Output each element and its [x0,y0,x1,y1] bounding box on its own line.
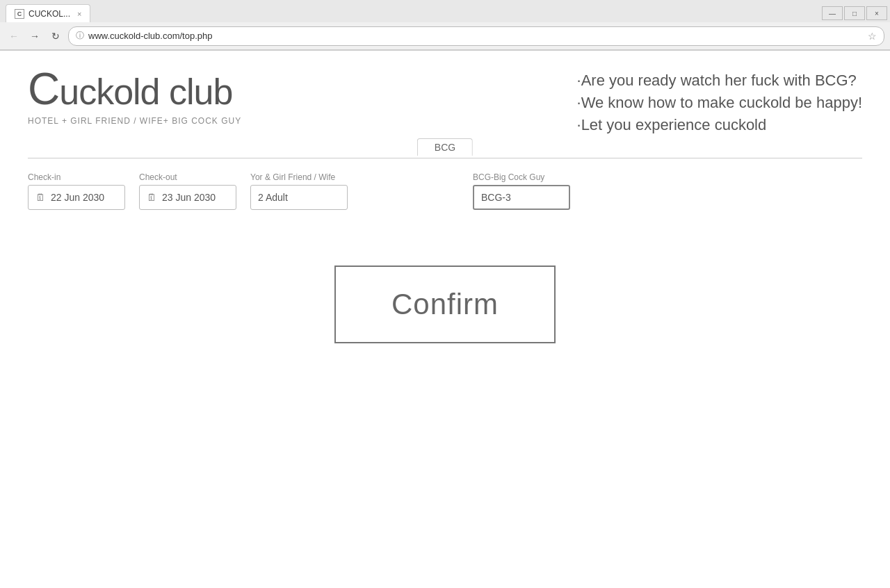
booking-form: Check-in 🗓 22 Jun 2030 Check-out 🗓 23 Ju… [28,172,862,210]
minimize-button[interactable]: — [822,6,843,20]
site-logo-title: Cuckold club [28,65,241,113]
checkout-value: 23 Jun 2030 [162,192,216,203]
tagline-2: ·We know how to make cuckold be happy! [577,94,862,112]
header-section: Cuckold club HOTEL + GIRL FRIEND / WIFE+… [28,65,862,134]
guests-group: Yor & Girl Friend / Wife 2 Adult [250,172,348,210]
bcg-group: BCG-Big Cock Guy BCG-3 [473,172,570,210]
tab-close-button[interactable]: × [77,10,81,18]
checkout-input[interactable]: 🗓 23 Jun 2030 [139,185,236,210]
bcg-input[interactable]: BCG-3 [473,185,570,210]
maximize-button[interactable]: □ [844,6,865,20]
checkin-label: Check-in [28,172,125,182]
tagline-3: ·Let you experience cuckold [577,116,862,134]
confirm-button[interactable]: Confirm [334,266,556,343]
page-content: Cuckold club HOTEL + GIRL FRIEND / WIFE+… [0,51,890,357]
tab-label: CUCKOL... [29,9,70,19]
checkout-group: Check-out 🗓 23 Jun 2030 [139,172,236,210]
checkout-calendar-icon: 🗓 [147,192,156,203]
logo-rest: uckold club [59,72,232,112]
logo-big-c: C [28,64,59,114]
close-window-button[interactable]: × [866,6,887,20]
checkout-label: Check-out [139,172,236,182]
bcg-label: BCG-Big Cock Guy [473,172,570,182]
logo-section: Cuckold club HOTEL + GIRL FRIEND / WIFE+… [28,65,241,126]
logo-subtitle: HOTEL + GIRL FRIEND / WIFE+ BIG COCK GUY [28,116,241,126]
tagline-section: ·Are you ready watch her fuck with BCG? … [577,72,862,134]
tagline-1: ·Are you ready watch her fuck with BCG? [577,72,862,90]
section-divider [28,158,862,158]
active-tab[interactable]: C CUCKOL... × [6,4,90,22]
back-button[interactable]: ← [6,28,22,44]
bookmark-icon[interactable]: ☆ [868,31,877,42]
checkin-input[interactable]: 🗓 22 Jun 2030 [28,185,125,210]
bcg-value: BCG-3 [481,192,511,203]
tab-bar: C CUCKOL... × — □ × [0,0,890,22]
tab-favicon: C [15,9,24,19]
window-controls: — □ × [822,6,887,20]
address-bar[interactable]: ⓘ www.cuckold-club.com/top.php ☆ [68,26,884,46]
guests-value: 2 Adult [258,192,288,203]
confirm-section: Confirm [28,266,862,343]
guests-input[interactable]: 2 Adult [250,185,348,210]
bcg-tab-section: BCG [28,148,862,158]
url-text: www.cuckold-club.com/top.php [88,31,864,41]
checkin-value: 22 Jun 2030 [51,192,104,203]
checkin-group: Check-in 🗓 22 Jun 2030 [28,172,125,210]
browser-chrome: C CUCKOL... × — □ × ← → ↻ ⓘ www.cuckold-… [0,0,890,51]
forward-button[interactable]: → [26,28,43,44]
nav-bar: ← → ↻ ⓘ www.cuckold-club.com/top.php ☆ [0,22,890,50]
checkin-calendar-icon: 🗓 [35,192,45,203]
info-icon: ⓘ [76,30,84,42]
guests-label: Yor & Girl Friend / Wife [250,172,348,182]
refresh-button[interactable]: ↻ [47,28,64,44]
bcg-tab-label[interactable]: BCG [417,138,473,156]
